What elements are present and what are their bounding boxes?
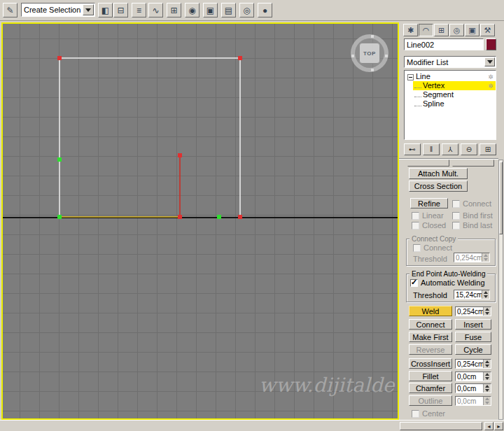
spinner-arrows-icon[interactable] xyxy=(483,384,491,393)
spline-vertex[interactable] xyxy=(178,153,182,157)
make-first-button[interactable]: Make First xyxy=(409,332,452,342)
partial-button[interactable] xyxy=(452,160,494,167)
3dsmax-window: { "toolbar": { "named_selection_icon": {… xyxy=(0,0,504,431)
chamfer-spinner[interactable]: 0,0cm xyxy=(455,383,491,393)
checkbox-icon xyxy=(452,200,460,208)
stack-item-spline[interactable]: Spline xyxy=(413,99,496,108)
linear-checkbox[interactable]: Linear xyxy=(412,211,444,220)
stack-item-vertex[interactable]: Vertex✲ xyxy=(413,81,496,90)
chamfer-button[interactable]: Chamfer xyxy=(409,383,452,393)
render-type-icon[interactable]: ◎ xyxy=(239,3,254,17)
spline-vertex[interactable] xyxy=(217,215,221,219)
stack-item-line[interactable]: Line✲ xyxy=(405,72,496,81)
automatic-welding-checkbox[interactable]: Automatic Welding xyxy=(410,278,485,287)
top-viewport[interactable]: www.dijitalde TOP xyxy=(1,22,399,420)
viewport-compass[interactable]: TOP xyxy=(351,34,388,72)
refine-button[interactable]: Refine xyxy=(410,198,448,209)
tab-display[interactable]: ▣ xyxy=(465,24,479,36)
tab-create[interactable]: ✱ xyxy=(403,24,418,36)
spinner-arrows-icon[interactable] xyxy=(483,307,491,316)
bind-last-checkbox[interactable]: Bind last xyxy=(452,221,492,229)
panel-scrollbar-thumb[interactable] xyxy=(499,162,503,234)
fillet-spinner[interactable]: 0,0cm xyxy=(455,372,491,381)
spline-vertex[interactable] xyxy=(57,56,62,60)
closed-checkbox[interactable]: Closed xyxy=(412,221,446,229)
stack-item-segment[interactable]: Segment xyxy=(413,90,496,99)
scroll-left-icon[interactable]: ◄ xyxy=(484,422,493,430)
layer-manager-icon[interactable]: ≡ xyxy=(132,3,146,17)
spinner-arrows-icon[interactable] xyxy=(483,397,491,405)
mirror-icon[interactable]: ◧ xyxy=(98,3,113,17)
stack-item-label: Segment xyxy=(423,90,454,99)
status-bar: ◄ ► xyxy=(0,420,504,431)
collapse-icon[interactable] xyxy=(407,74,414,80)
rendered-frame-icon[interactable]: ▤ xyxy=(221,3,236,17)
spinner-arrows-icon[interactable] xyxy=(482,253,489,262)
center-checkbox[interactable]: Center xyxy=(412,409,445,418)
reverse-button[interactable]: Reverse xyxy=(409,344,452,355)
tree-line xyxy=(414,94,421,97)
render-setup-icon[interactable]: ▣ xyxy=(203,3,218,17)
scroll-right-icon[interactable]: ► xyxy=(494,422,503,430)
connect-copy-checkbox[interactable]: Connect xyxy=(413,243,452,252)
dropdown-arrow-icon[interactable] xyxy=(83,4,94,15)
object-name-field[interactable]: Line002 xyxy=(404,38,484,50)
weld-button[interactable]: Weld xyxy=(409,306,452,316)
spline-vertex[interactable] xyxy=(238,56,242,60)
named-selection-sets-icon[interactable]: ✎ xyxy=(3,3,18,17)
tab-modify[interactable]: ◠ xyxy=(419,24,433,36)
tab-motion[interactable]: ◎ xyxy=(449,24,464,36)
spline-vertex[interactable] xyxy=(238,215,242,219)
viewport-label[interactable]: TOP xyxy=(359,43,380,64)
remove-modifier-icon[interactable]: ⊖ xyxy=(461,143,477,155)
compass-tick-icon xyxy=(371,35,374,38)
show-end-result-icon[interactable]: ‖ xyxy=(423,143,440,155)
spinner-arrows-icon[interactable] xyxy=(482,290,489,299)
tab-hierarchy[interactable]: ⊞ xyxy=(434,24,449,36)
modifier-list-dropdown[interactable]: Modifier List xyxy=(404,56,496,68)
spline-vertex[interactable] xyxy=(178,215,182,219)
object-color-swatch[interactable] xyxy=(486,38,496,50)
named-selection-set-value: Create Selection Se xyxy=(22,6,83,14)
spinner-arrows-icon[interactable] xyxy=(483,360,491,368)
spinner-arrows-icon[interactable] xyxy=(483,372,491,381)
connect-button[interactable]: Connect xyxy=(409,319,452,330)
spline-vertex[interactable] xyxy=(57,215,62,219)
configure-modifier-sets-icon[interactable]: ⊞ xyxy=(479,143,496,155)
outline-spinner[interactable]: 0,0cm xyxy=(455,396,491,406)
panel-hscrollbar-thumb[interactable] xyxy=(400,422,482,430)
schematic-view-icon[interactable]: ⊞ xyxy=(167,3,181,17)
tab-utilities[interactable]: ⚒ xyxy=(480,24,495,36)
insert-button[interactable]: Insert xyxy=(455,319,491,330)
connect-copy-threshold-spinner[interactable]: 0,254cm xyxy=(454,253,490,262)
checkbox-icon xyxy=(410,279,418,287)
partial-button[interactable] xyxy=(407,160,449,167)
cycle-button[interactable]: Cycle xyxy=(455,344,491,355)
make-unique-icon[interactable]: ⅄ xyxy=(442,143,458,155)
modifier-stack-toolbar: ⊷‖⅄⊖⊞ xyxy=(399,143,498,157)
fillet-button[interactable]: Fillet xyxy=(409,371,452,381)
material-editor-icon[interactable]: ◉ xyxy=(185,3,200,17)
spline-vertex[interactable] xyxy=(57,157,62,162)
quick-render-icon[interactable]: ● xyxy=(258,3,272,17)
pin-stack-icon[interactable]: ⊷ xyxy=(404,143,421,155)
outline-button[interactable]: Outline xyxy=(409,395,452,406)
cross-section-button[interactable]: Cross Section xyxy=(409,181,468,192)
panel-scrollbar[interactable] xyxy=(498,160,503,420)
cross-insert-button[interactable]: CrossInsert xyxy=(409,358,452,369)
main-toolbar: ✎ Create Selection Se ◧⊟≡∿⊞◉▣▤◎● xyxy=(0,0,504,21)
align-icon[interactable]: ⊟ xyxy=(113,3,128,17)
modifier-stack-list[interactable]: Line✲Vertex✲SegmentSpline xyxy=(404,70,496,140)
weld-value-spinner[interactable]: 0,254cm xyxy=(455,306,491,316)
cross-insert-spinner[interactable]: 0,254cm xyxy=(455,359,491,369)
attach-mult-button[interactable]: Attach Mult. xyxy=(409,168,468,179)
compass-tick-icon xyxy=(385,55,388,57)
bind-first-checkbox[interactable]: Bind first xyxy=(452,211,493,220)
fuse-button[interactable]: Fuse xyxy=(455,332,491,342)
dropdown-arrow-icon[interactable] xyxy=(484,57,495,66)
named-selection-set-dropdown[interactable]: Create Selection Se xyxy=(21,3,95,17)
weld-threshold-spinner[interactable]: 15,24cm xyxy=(454,290,490,299)
refine-connect-checkbox[interactable]: Connect xyxy=(452,199,491,208)
curve-editor-icon[interactable]: ∿ xyxy=(148,3,163,17)
checkbox-icon xyxy=(412,222,419,229)
